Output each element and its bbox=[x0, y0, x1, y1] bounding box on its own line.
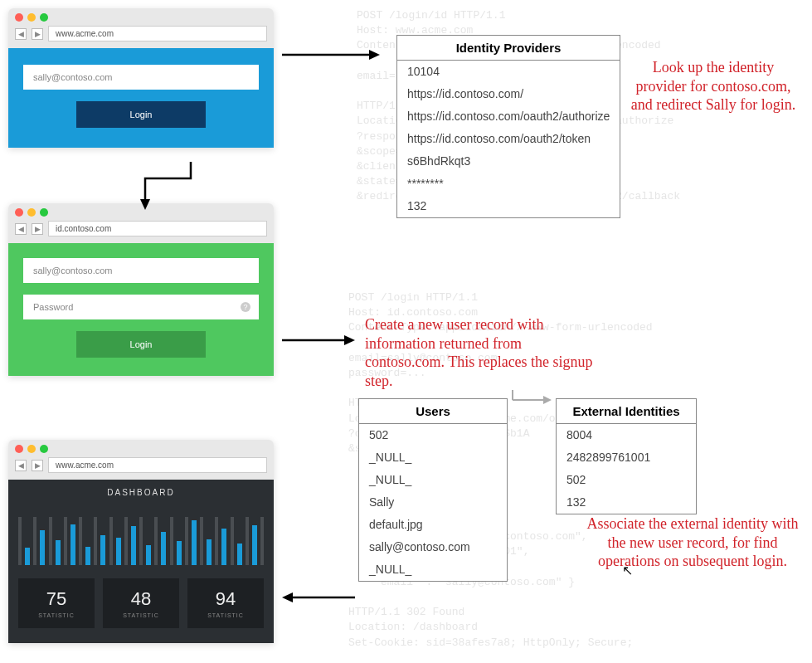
chart-bar bbox=[85, 547, 90, 565]
stat-value: 75 bbox=[22, 588, 91, 610]
nav-fwd-icon[interactable]: ▶ bbox=[32, 223, 43, 235]
browser-dashboard: ◀ ▶ www.acme.com DASHBOARD 75STATISTIC48… bbox=[8, 440, 274, 643]
chart-bar bbox=[131, 526, 136, 565]
chart-bar bbox=[116, 538, 121, 565]
table-row: 8004 bbox=[557, 424, 696, 446]
browser-acme-login: ◀ ▶ www.acme.com sally@contoso.com Login bbox=[8, 8, 274, 148]
external-identities-table: External Identities 80042482899761001502… bbox=[556, 398, 697, 514]
chart-bar bbox=[237, 544, 242, 565]
nav-back-icon[interactable]: ◀ bbox=[15, 223, 27, 235]
table-row: 10104 bbox=[397, 61, 620, 83]
table-row: _NULL_ bbox=[359, 469, 507, 491]
url-bar[interactable]: www.acme.com bbox=[48, 457, 267, 473]
table-row: https://id.contoso.com/oauth2/authorize bbox=[397, 105, 620, 128]
window-close-icon bbox=[15, 445, 23, 453]
table-row: ******** bbox=[397, 173, 620, 195]
chart-bar bbox=[56, 540, 61, 565]
svg-marker-9 bbox=[282, 592, 293, 602]
stat-label: STATISTIC bbox=[106, 612, 176, 618]
url-bar[interactable]: id.contoso.com bbox=[48, 221, 267, 236]
password-field[interactable]: Password? bbox=[23, 295, 259, 319]
chart-bar bbox=[100, 535, 105, 565]
cursor-icon: ↖ bbox=[622, 563, 633, 578]
stats-row: 75STATISTIC48STATISTIC94STATISTIC bbox=[8, 565, 274, 643]
login-button[interactable]: Login bbox=[76, 331, 206, 358]
arrow-down-icon bbox=[124, 162, 207, 212]
annotation-lookup-idp: Look up the identity provider for contos… bbox=[626, 58, 800, 115]
table-row: s6BhdRkqt3 bbox=[397, 150, 620, 173]
chart-tick bbox=[215, 517, 218, 565]
chart-tick bbox=[18, 517, 22, 565]
window-max-icon bbox=[40, 13, 48, 22]
browser-idp-login: ◀ ▶ id.contoso.com sally@contoso.com Pas… bbox=[8, 203, 274, 376]
login-button[interactable]: Login bbox=[76, 101, 206, 128]
table-row: Sally bbox=[359, 491, 507, 514]
table-row: sally@contoso.com bbox=[359, 536, 507, 558]
chart-bar bbox=[207, 539, 212, 565]
chart-bar bbox=[161, 532, 166, 565]
table-row: https://id.contoso.com/oauth2/token bbox=[397, 128, 620, 150]
chart-tick bbox=[49, 517, 52, 565]
stat-value: 48 bbox=[106, 588, 176, 610]
table-row: https://id.contoso.com/ bbox=[397, 83, 620, 105]
chart-bar bbox=[177, 541, 182, 565]
table-title: Identity Providers bbox=[397, 36, 620, 61]
email-field[interactable]: sally@contoso.com bbox=[23, 65, 259, 90]
chart-tick bbox=[154, 517, 158, 565]
chart-bar bbox=[192, 520, 197, 565]
table-title: External Identities bbox=[557, 399, 696, 424]
nav-fwd-icon[interactable]: ▶ bbox=[32, 28, 43, 40]
stat-box: 94STATISTIC bbox=[187, 578, 264, 628]
table-row: 2482899761001 bbox=[557, 446, 696, 469]
table-row: _NULL_ bbox=[359, 446, 507, 469]
chart-bar bbox=[40, 530, 45, 565]
table-row: 132 bbox=[557, 491, 696, 514]
stat-box: 48STATISTIC bbox=[103, 578, 179, 628]
chart-tick bbox=[124, 517, 128, 565]
stat-value: 94 bbox=[191, 588, 260, 610]
chart-tick bbox=[170, 517, 173, 565]
arrow-left-icon bbox=[282, 589, 357, 606]
window-max-icon bbox=[40, 445, 48, 453]
table-title: Users bbox=[359, 399, 507, 424]
chart-tick bbox=[94, 517, 97, 565]
chart-tick bbox=[246, 517, 249, 565]
users-table: Users 502_NULL__NULL_Sallydefault.jpgsal… bbox=[358, 398, 508, 582]
stat-label: STATISTIC bbox=[22, 612, 91, 618]
arrow-right-icon bbox=[282, 332, 357, 349]
help-icon[interactable]: ? bbox=[241, 302, 250, 312]
svg-marker-1 bbox=[369, 50, 380, 60]
table-row: 132 bbox=[397, 195, 620, 217]
table-row: _NULL_ bbox=[359, 558, 507, 581]
window-min-icon bbox=[27, 208, 36, 217]
svg-marker-7 bbox=[543, 396, 552, 404]
table-row: default.jpg bbox=[359, 514, 507, 536]
dashboard-chart bbox=[8, 512, 274, 565]
nav-fwd-icon[interactable]: ▶ bbox=[32, 460, 43, 471]
chart-bar bbox=[71, 524, 75, 565]
email-field[interactable]: sally@contoso.com bbox=[23, 258, 259, 283]
chart-tick bbox=[79, 517, 82, 565]
identity-providers-table: Identity Providers 10104https://id.conto… bbox=[396, 35, 620, 218]
nav-back-icon[interactable]: ◀ bbox=[15, 460, 27, 471]
table-row: 502 bbox=[557, 469, 696, 491]
chart-bar bbox=[25, 548, 30, 565]
annotation-associate-identity: Associate the external identity with the… bbox=[581, 514, 805, 571]
window-max-icon bbox=[40, 208, 48, 217]
annotation-create-user: Create a new user record with informatio… bbox=[365, 315, 601, 390]
chart-tick bbox=[200, 517, 203, 565]
chart-tick bbox=[109, 517, 113, 565]
url-bar[interactable]: www.acme.com bbox=[48, 26, 267, 41]
nav-back-icon[interactable]: ◀ bbox=[15, 28, 27, 40]
window-close-icon bbox=[15, 13, 23, 22]
browser-chrome: ◀ ▶ www.acme.com bbox=[8, 8, 274, 48]
svg-marker-2 bbox=[140, 199, 150, 210]
arrow-right-icon bbox=[282, 46, 382, 63]
dashboard-title: DASHBOARD bbox=[8, 480, 274, 512]
window-min-icon bbox=[27, 445, 36, 453]
chart-bar bbox=[146, 545, 151, 565]
chart-tick bbox=[185, 517, 188, 565]
chart-tick bbox=[33, 517, 36, 565]
stat-box: 75STATISTIC bbox=[18, 578, 95, 628]
table-row: 502 bbox=[359, 424, 507, 446]
